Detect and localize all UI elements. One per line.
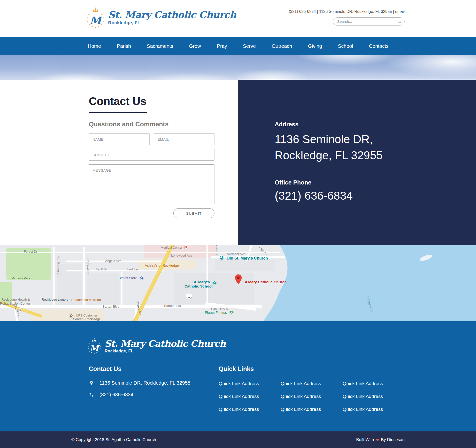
footer-address: 1136 Seminole DR, Rockledge, FL 32955: [99, 380, 190, 386]
submit-button[interactable]: SUBMIT: [173, 208, 214, 218]
phone-icon: [89, 392, 94, 397]
separator: |: [317, 9, 318, 14]
nav-item-parish[interactable]: Parish: [117, 43, 131, 49]
nav-item-home[interactable]: Home: [88, 43, 101, 49]
page-title: Contact Us: [89, 95, 238, 108]
main-nav: HomeParishSacramentsGrowPrayServeOutreac…: [0, 37, 476, 55]
marian-logo-icon: [87, 337, 102, 355]
site-name: St. Mary Catholic Church: [105, 339, 226, 348]
map-poi-icon: [218, 254, 224, 260]
map-label: Barton Blvd: [103, 305, 119, 308]
site-name: St. Mary Catholic Church: [108, 10, 236, 20]
name-field[interactable]: [89, 133, 149, 145]
footer-phone: (321) 636-6834: [99, 392, 133, 397]
address-line1: 1136 Seminole DR,: [275, 133, 373, 146]
map-label: Bealls Store: [119, 276, 137, 280]
footer-logo[interactable]: St. Mary Catholic Church Rockledge, FL: [87, 337, 405, 355]
message-field[interactable]: [89, 164, 214, 204]
quick-link[interactable]: Quick Link Address: [343, 407, 405, 412]
contact-form: SUBMIT: [89, 133, 214, 218]
map-label: Barton Blvd E: [211, 307, 228, 310]
nav-item-grow[interactable]: Grow: [189, 43, 201, 49]
office-phone-value: (321) 636-6834: [275, 189, 476, 202]
nav-item-pray[interactable]: Pray: [217, 43, 227, 49]
quick-link[interactable]: Quick Link Address: [343, 394, 405, 399]
search-button[interactable]: [397, 20, 401, 24]
map-pin-icon: [235, 274, 242, 284]
header-phone: (321) 636-6834: [289, 9, 316, 14]
quick-links-title: Quick Links: [219, 365, 405, 372]
header-logo[interactable]: St. Mary Catholic Church Rockledge, FL: [86, 6, 236, 37]
office-phone-label: Office Phone: [275, 179, 476, 186]
copyright-bar: © Copyright 2018 St. Agatha Catholic Chu…: [0, 431, 476, 448]
search-input[interactable]: [337, 19, 397, 24]
quick-link[interactable]: Quick Link Address: [219, 381, 281, 386]
map-label: Faull Ln: [126, 267, 138, 271]
form-subtitle: Questions and Comments: [89, 120, 238, 128]
marian-logo-icon: [86, 6, 105, 30]
sky-banner-image: [0, 55, 476, 80]
map-label: Cogswell St: [86, 258, 90, 275]
site-location: Rockledge, FL: [108, 20, 236, 26]
built-with-prefix: Built With: [356, 437, 374, 442]
quick-link[interactable]: Quick Link Address: [343, 381, 405, 386]
map-label: Murrell Rd: [136, 300, 142, 316]
map-label: Old St. Mary's Church: [227, 256, 268, 261]
map-label: UPS Customer: [76, 314, 97, 317]
map-label: Angela Ave: [105, 259, 121, 263]
map-label: ares Dr: [258, 246, 268, 256]
footer-contact-title: Contact Us: [89, 365, 195, 372]
search-box: [333, 17, 405, 26]
map-label: Rockledge Health &: [1, 298, 30, 301]
quick-link[interactable]: Quick Link Address: [281, 407, 343, 412]
subject-field[interactable]: [89, 149, 214, 161]
map-label: Barton Blvd: [164, 304, 181, 308]
search-icon: [397, 20, 401, 24]
map-poi-icon: [230, 310, 233, 314]
map-label: Catholic School: [184, 284, 212, 288]
location-pin-icon: [89, 380, 94, 386]
map-label: Faull Dr: [96, 267, 107, 271]
copyright-text: © Copyright 2018 St. Agatha Catholic Chu…: [71, 437, 156, 442]
footer: St. Mary Catholic Church Rockledge, FL C…: [0, 321, 476, 431]
main-content: Contact Us Questions and Comments SUBMIT…: [0, 80, 476, 245]
nav-item-sacraments[interactable]: Sacraments: [147, 43, 173, 49]
address-value: 1136 Seminole DR, Rockledge, FL 32955: [275, 131, 476, 164]
map-label: Center - Rockledge: [73, 317, 101, 321]
built-with-suffix: By Diocesan: [381, 437, 405, 442]
map-label: La Marimba Mexican: [71, 298, 101, 302]
nav-item-outreach[interactable]: Outreach: [272, 43, 292, 49]
nav-item-giving[interactable]: Giving: [308, 43, 322, 49]
map-label: Vermont Ave: [227, 252, 245, 256]
nav-item-serve[interactable]: Serve: [243, 43, 256, 49]
map-label: Planet Fitness: [205, 311, 227, 315]
email-field[interactable]: [154, 133, 214, 145]
map-label: Ashley's of Rockledge: [145, 264, 179, 267]
contact-info-panel: Address 1136 Seminole DR, Rockledge, FL …: [238, 80, 476, 245]
map-label: McLarty Park: [11, 276, 30, 280]
quick-link[interactable]: Quick Link Address: [281, 394, 343, 399]
address-label: Address: [275, 121, 476, 128]
quick-link[interactable]: Quick Link Address: [281, 381, 343, 386]
nav-item-contacts[interactable]: Contacts: [369, 43, 388, 49]
header: St. Mary Catholic Church Rockledge, FL (…: [0, 0, 476, 37]
map-label: Indian Riv: [365, 296, 374, 313]
built-with-link[interactable]: Built With By Diocesan: [356, 437, 405, 442]
map-label: Rockledge Liquors: [42, 298, 68, 301]
map-poi-icon: [213, 281, 216, 285]
google-map-embed[interactable]: Forest DrMedical CenterLongwood AveVermo…: [0, 245, 476, 321]
map-poi-icon: [140, 276, 144, 280]
quick-link[interactable]: Quick Link Address: [219, 407, 281, 412]
map-label: St Mary Catholic Church: [243, 280, 287, 284]
map-label: Huntington Ln: [57, 256, 60, 276]
quick-links-grid: Quick Link AddressQuick Link AddressQuic…: [219, 381, 405, 412]
map-poi-icon: [18, 308, 22, 312]
map-label: St. Mary's: [192, 280, 210, 284]
nav-item-school[interactable]: School: [338, 43, 353, 49]
heart-icon: [376, 438, 380, 442]
email-link[interactable]: email: [395, 9, 405, 14]
nav-menu: HomeParishSacramentsGrowPrayServeOutreac…: [71, 37, 405, 55]
contact-form-section: Contact Us Questions and Comments SUBMIT: [0, 80, 238, 245]
quick-link[interactable]: Quick Link Address: [219, 394, 281, 399]
footer-contact-section: Contact Us 1136 Seminole DR, Rockledge, …: [89, 365, 195, 412]
